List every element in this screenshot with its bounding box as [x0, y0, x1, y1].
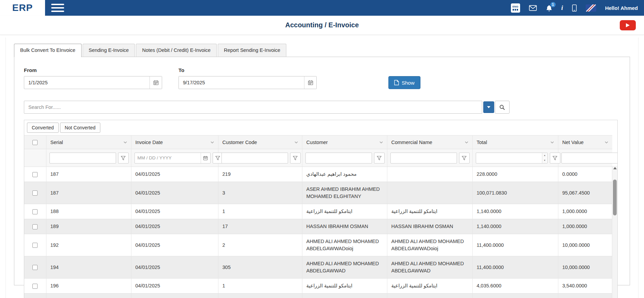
serial-filter-funnel-button[interactable] [118, 153, 129, 164]
commercial-name-filter-funnel-button[interactable] [459, 153, 470, 164]
cell-commercial-name: ALEEN ESLAM ISMAIL RADI [387, 294, 472, 298]
column-header-commercial-name[interactable]: Commercial Name [387, 136, 472, 149]
cell-serial: 187 [46, 182, 131, 204]
column-header-net-value[interactable]: Net Value [558, 136, 612, 149]
search-button[interactable] [495, 101, 510, 114]
mobile-button[interactable] [572, 4, 577, 12]
table-row: 187 04/01/2025 219 محمود ابراهيم عبدالها… [24, 167, 612, 182]
language-button[interactable]: ENG [511, 3, 520, 13]
scrollbar-thumb[interactable] [613, 180, 617, 215]
funnel-icon [377, 156, 382, 160]
video-help-button[interactable] [620, 20, 636, 30]
customer-code-filter-input[interactable] [222, 153, 288, 163]
net-value-filter-input[interactable] [562, 153, 618, 163]
play-icon [626, 23, 630, 27]
total-filter-input[interactable] [476, 153, 542, 163]
notifications-button[interactable]: 1 [546, 4, 553, 12]
calendar-icon [153, 80, 159, 85]
select-all-checkbox[interactable] [32, 140, 38, 145]
table-row: 197 04/01/2025 4 ALEEN MOHAMMAD ISMAIL R… [24, 294, 612, 298]
customer-filter-input[interactable] [306, 153, 372, 163]
select-all-cell [24, 136, 46, 149]
column-header-customer[interactable]: Customer [302, 136, 387, 149]
table-row: 188 04/01/2025 1 ايتامكو للتنمية الزراعي… [24, 204, 612, 219]
show-button[interactable]: Show [388, 76, 420, 89]
not-converted-button[interactable]: Not Converted [60, 123, 100, 133]
cell-customer-code: 219 [218, 167, 302, 182]
column-header-customer-code[interactable]: Customer Code [218, 136, 302, 149]
from-calendar-button[interactable] [149, 76, 162, 89]
from-label: From [24, 67, 162, 73]
cell-invoice-date: 04/01/2025 [131, 234, 218, 256]
row-checkbox[interactable] [32, 243, 38, 248]
funnel-icon [553, 156, 557, 160]
sort-chevron-icon [295, 141, 298, 143]
cell-commercial-name: HASSAN IBRAHIM OSMAN [387, 219, 472, 234]
row-checkbox[interactable] [32, 209, 38, 214]
info-button[interactable]: i [561, 4, 563, 12]
cell-net-value: 1,000.0000 [558, 204, 612, 219]
cell-customer: AHMED ALI AHMED MOHAMED ABDELGAWWADoioj [302, 234, 387, 256]
cell-serial: 192 [46, 234, 131, 256]
serial-filter-input[interactable] [50, 153, 116, 163]
total-filter-spinner[interactable]: ▲▼ [542, 153, 547, 163]
info-icon: i [561, 4, 563, 12]
cell-serial: 187 [46, 167, 131, 182]
flag-icon[interactable] [586, 4, 596, 12]
row-select-cell [24, 219, 46, 234]
cell-serial: 194 [46, 256, 131, 279]
column-header-invoice-date[interactable]: Invoice Date [131, 136, 218, 149]
row-select-cell [24, 279, 46, 294]
scroll-up-arrow-icon[interactable] [613, 167, 617, 169]
invoice-date-filter-input[interactable] [135, 153, 201, 163]
customer-filter-funnel-button[interactable] [374, 153, 385, 164]
cell-net-value: 3,540.0000 [558, 279, 612, 294]
converted-button[interactable]: Converted [27, 123, 59, 133]
tab-sending-einvoice[interactable]: Sending E-Invoice [83, 44, 135, 57]
commercial-name-filter-input[interactable] [391, 153, 457, 163]
cell-net-value: 0.0000 [558, 167, 612, 182]
tab-panel: From To Show [14, 57, 630, 285]
search-icon [499, 104, 505, 110]
table-row: 187 04/01/2025 3 ASER AHMED IBRAHIM AHME… [24, 182, 612, 204]
invoice-date-filter-calendar-button[interactable] [201, 153, 210, 163]
from-date-input[interactable] [24, 76, 149, 89]
cell-invoice-date: 04/01/2025 [131, 256, 218, 279]
cell-commercial-name [387, 182, 472, 204]
cell-total: 228.0000 [472, 167, 558, 182]
cell-commercial-name: ايتامكو للتنمية الزراعية [387, 279, 472, 294]
mail-button[interactable] [529, 5, 537, 11]
cell-total: 4,035.6000 [472, 279, 558, 294]
breadcrumb-bar: Accounting / E-Invoice [0, 16, 644, 35]
tab-bulk-convert[interactable]: Bulk Convert To EInvoice [14, 44, 82, 57]
calendar-icon [308, 80, 313, 85]
calendar-icon [203, 156, 208, 160]
tab-report-sending[interactable]: Report Sending E-Invoice [218, 44, 286, 57]
row-checkbox[interactable] [32, 265, 38, 270]
customer-code-filter-funnel-button[interactable] [290, 153, 301, 164]
cell-net-value: 10,000.0000 [558, 256, 612, 279]
row-checkbox[interactable] [32, 190, 38, 196]
column-label: Invoice Date [135, 140, 163, 145]
app-logo[interactable]: ERP [0, 0, 45, 16]
menu-toggle-button[interactable] [51, 3, 64, 13]
row-checkbox[interactable] [32, 284, 38, 289]
column-header-serial[interactable]: Serial [46, 136, 131, 149]
document-icon [394, 80, 399, 85]
vertical-scrollbar[interactable] [612, 166, 617, 298]
column-header-total[interactable]: Total [472, 136, 558, 149]
total-filter-funnel-button[interactable] [550, 153, 560, 164]
topbar-actions: ENG 1 i Hello! Ahmed [511, 3, 644, 13]
user-greeting[interactable]: Hello! Ahmed [605, 5, 638, 11]
search-options-dropdown-button[interactable] [483, 101, 494, 113]
row-checkbox[interactable] [32, 224, 38, 229]
tab-notes-einvoice[interactable]: Notes (Debit / Credit) E-Invoice [136, 44, 217, 57]
sort-chevron-icon [211, 141, 214, 143]
search-input[interactable] [24, 101, 482, 114]
column-label: Net Value [562, 140, 584, 145]
row-checkbox[interactable] [32, 172, 38, 177]
filter-empty-cell [24, 149, 46, 167]
to-date-input[interactable] [179, 76, 304, 89]
cell-commercial-name: AHMED ALI AHMED MOHAMED ABDELGAWWAD [387, 256, 472, 279]
to-calendar-button[interactable] [304, 76, 316, 89]
